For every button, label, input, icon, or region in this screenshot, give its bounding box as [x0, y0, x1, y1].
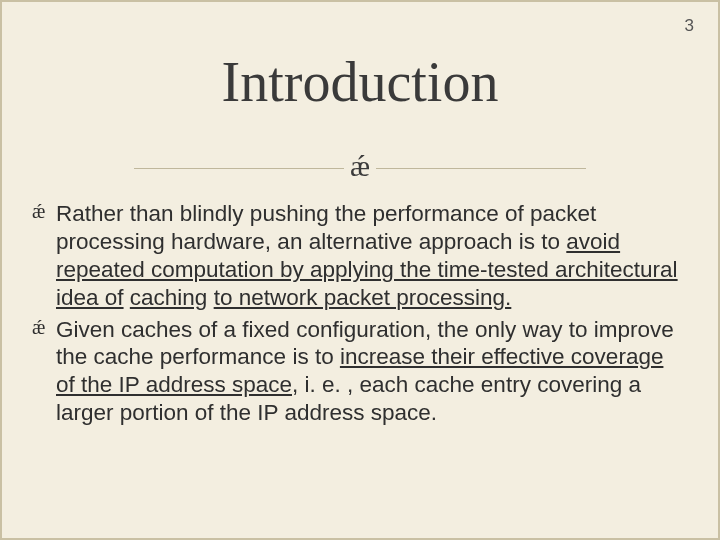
slide-title: Introduction: [2, 50, 718, 114]
flourish-bullet-icon: ǽ: [32, 317, 45, 337]
list-item: ǽ Rather than blindly pushing the perfor…: [36, 200, 684, 312]
divider-line-right: [376, 168, 586, 169]
divider-line-left: [134, 168, 344, 169]
flourish-bullet-icon: ǽ: [32, 201, 45, 221]
text-run-underline: of the IP address space: [56, 372, 292, 397]
slide: 3 Introduction ǽ ǽ Rather than blindly p…: [0, 0, 720, 540]
list-item: ǽ Given caches of a fixed configuration,…: [36, 316, 684, 428]
text-run-underline: increase their effective coverage: [340, 344, 664, 369]
text-run-underline: caching: [130, 285, 208, 310]
text-run: Rather than blindly pushing the performa…: [56, 201, 596, 254]
text-run-underline: to network packet processing.: [214, 285, 512, 310]
body-text: ǽ Rather than blindly pushing the perfor…: [36, 200, 684, 431]
page-number: 3: [685, 16, 694, 36]
title-divider: ǽ: [2, 148, 718, 188]
